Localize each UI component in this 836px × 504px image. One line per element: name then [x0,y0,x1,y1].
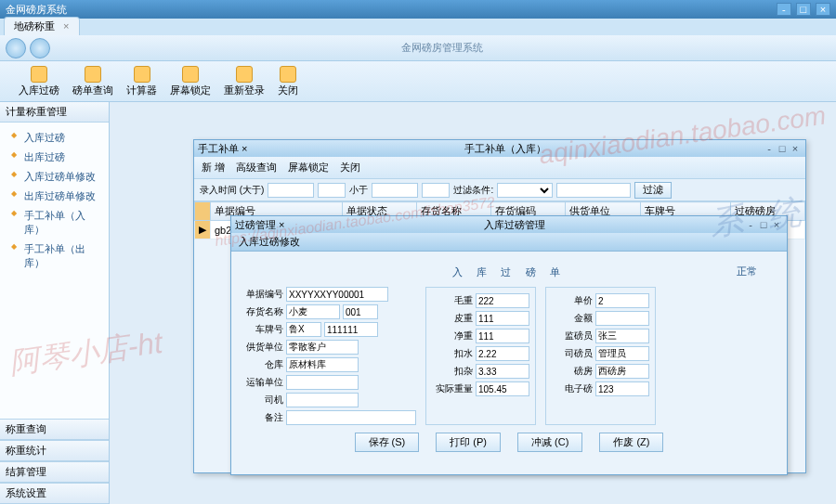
tree-node[interactable]: 出库过磅 [4,148,105,167]
status-label: 正常 [737,265,757,278]
fld-danju-no[interactable] [286,287,388,302]
lock-icon [182,66,199,83]
maximize-icon[interactable]: □ [776,143,789,154]
close-app-icon [280,66,296,83]
win2-title: 入库过磅管理 [484,218,545,232]
tb-close[interactable]: 关闭 [278,66,298,97]
nav-forward-button[interactable] [30,38,50,58]
fld-shiji[interactable] [476,381,529,396]
tree-node[interactable]: 手工补单（出库） [4,239,105,273]
btn-void[interactable]: 作废 (Z) [599,433,663,452]
fld-cunhuo[interactable] [286,304,340,319]
sidebar-group[interactable]: 系统设置 [0,483,109,504]
date-from[interactable] [268,183,314,198]
lbl-time-gt: 录入时间 (大于) [200,184,264,197]
date-to[interactable] [372,183,418,198]
nav-back-button[interactable] [6,38,26,58]
filter-button[interactable]: 过滤 [634,182,672,199]
btn-lock[interactable]: 屏幕锁定 [288,161,329,174]
app-title-bar: 金网磅房系统 - □ × [0,0,836,19]
filter-field[interactable] [497,183,553,198]
tree-node[interactable]: 入库过磅 [4,128,105,148]
tb-inbound[interactable]: 入库过磅 [19,66,59,97]
minimize-icon[interactable]: - [763,143,776,154]
win1-titlebar[interactable]: 手工补单 × 手工补单（入库） -□× [194,140,805,157]
lbl-lt: 小于 [349,184,368,197]
fld-danjia[interactable] [595,293,649,308]
btn-close[interactable]: 关闭 [340,161,360,174]
close-icon[interactable]: × [770,219,783,230]
win-edit-weigh: 过磅管理 × 入库过磅管理 -□× 入库过磅修改 入 库 过 磅 单 正常 单据… [230,215,788,475]
fld-gonghuo[interactable] [286,340,359,355]
close-icon[interactable]: × [789,143,802,154]
tb-query[interactable]: 磅单查询 [72,66,113,97]
close-icon[interactable]: × [816,3,830,16]
app-title: 金网磅房系统 [6,3,67,17]
tree-node[interactable]: 入库过磅单修改 [4,167,105,187]
win1-tab: 手工补单 [198,143,239,154]
fld-chepai-num[interactable] [324,322,378,337]
btn-new[interactable]: 新 增 [202,161,225,174]
minimize-icon[interactable]: - [744,219,757,230]
fld-koushui[interactable] [476,346,529,361]
fld-jianbang[interactable] [595,329,649,343]
fld-pizhong[interactable] [476,311,529,326]
sidebar-tree: 入库过磅 出库过磅 入库过磅单修改 出库过磅单修改 手工补单（入库） 手工补单（… [0,123,109,419]
btn-save[interactable]: 保存 (S) [355,433,420,452]
time-from[interactable] [318,183,346,198]
mdi-area: 手工补单 × 手工补单（入库） -□× 新 增 高级查询 屏幕锁定 关闭 录入时… [110,102,836,504]
dialog-buttons: 保存 (S) 打印 (P) 冲减 (C) 作废 (Z) [242,425,776,456]
fld-siji[interactable] [286,393,359,407]
win2-titlebar[interactable]: 过磅管理 × 入库过磅管理 -□× [231,216,787,233]
tab-close-icon[interactable]: × [63,20,69,32]
fld-jingzhong[interactable] [476,329,529,343]
tree-node[interactable]: 手工补单（入库） [4,206,105,239]
row-selector-header [195,202,211,221]
sidebar-group-active[interactable]: 计量称重管理 [0,102,109,123]
fld-kouza[interactable] [476,364,529,379]
fld-cangku[interactable] [286,357,359,372]
fld-yunshu[interactable] [286,375,359,390]
sidebar-group[interactable]: 称重查询 [0,419,109,440]
win1-title: 手工补单（入库） [464,142,546,156]
main-tab-label: 地磅称重 [14,20,55,32]
relogin-icon [236,66,253,83]
btn-advquery[interactable]: 高级查询 [236,161,277,174]
section-title: 入库过磅修改 [231,233,787,252]
fld-dianzi[interactable] [595,381,649,396]
tree-node[interactable]: 出库过磅单修改 [4,187,105,206]
lbl-cond: 过滤条件: [453,184,493,197]
btn-deduct[interactable]: 冲减 (C) [517,433,582,452]
main-tab[interactable]: 地磅称重 × [4,17,80,35]
filter-row: 录入时间 (大于) 小于 过滤条件: 过滤 [194,179,805,201]
maximize-icon[interactable]: □ [757,219,770,230]
sidebar: 计量称重管理 入库过磅 出库过磅 入库过磅单修改 出库过磅单修改 手工补单（入库… [0,102,110,504]
inbound-icon [31,66,47,83]
fld-maozhong[interactable] [476,293,529,308]
tb-relogin[interactable]: 重新登录 [224,66,265,97]
mdi-title-nav: 金网磅房管理系统 [54,41,830,55]
fld-jine[interactable] [595,311,649,326]
sidebar-group[interactable]: 结算管理 [0,461,109,483]
fld-beizhu[interactable] [286,410,416,425]
calculator-icon [134,66,150,83]
fld-sibang[interactable] [595,346,649,361]
sidebar-group[interactable]: 称重统计 [0,440,109,461]
fld-bangfang[interactable] [595,364,649,379]
maximize-icon[interactable]: □ [796,3,811,16]
filter-value[interactable] [556,183,631,198]
window-controls: - □ × [775,3,830,16]
tb-lock[interactable]: 屏幕锁定 [170,66,211,97]
main-toolbar: 入库过磅 磅单查询 计算器 屏幕锁定 重新登录 关闭 [0,61,836,102]
fld-cunhuo-code[interactable] [343,304,378,319]
form-title: 入 库 过 磅 单 正常 [242,259,776,287]
win1-toolbar: 新 增 高级查询 屏幕锁定 关闭 [194,157,805,179]
main-tab-strip: 地磅称重 × [0,19,836,35]
time-to[interactable] [422,183,450,198]
fld-chepai-prov[interactable] [286,322,321,337]
btn-print[interactable]: 打印 (P) [436,433,501,452]
win2-tab: 过磅管理 [235,219,276,230]
form-panel: 入 库 过 磅 单 正常 单据编号 存货名称 车牌号 供货单位 仓库 运输单位 … [231,252,787,463]
tb-calculator[interactable]: 计算器 [126,66,157,97]
minimize-icon[interactable]: - [777,3,791,16]
